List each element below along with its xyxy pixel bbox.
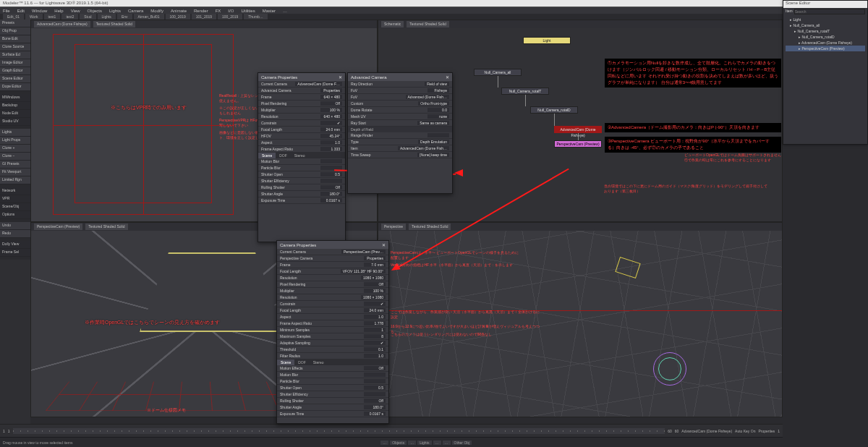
current-camera[interactable]: AdvancedCam (Dome F… xyxy=(295,82,342,86)
scene-tree[interactable]: ▸ Light▸ Null_Camera_all▸ Null_Camera_ro… xyxy=(783,15,867,53)
scene-editor-window[interactable]: Scene Editor Item ▸ Light▸ Null_Camera_a… xyxy=(783,0,868,145)
status-pill[interactable]: … xyxy=(433,440,441,445)
menu-item[interactable]: View xyxy=(71,9,80,13)
tool-button[interactable]: VPR xyxy=(0,195,30,203)
viewport-camera-select[interactable]: Perspective xyxy=(381,224,406,230)
property-row[interactable]: Multiplier100 % xyxy=(258,107,345,114)
property-row[interactable]: Frame7.0 mm xyxy=(277,262,388,268)
menu-item[interactable]: Animate xyxy=(171,9,187,13)
tool-button[interactable]: Presets xyxy=(0,20,30,27)
properties-button[interactable]: Properties xyxy=(758,429,775,433)
property-row[interactable]: Shutter Angle180.0° xyxy=(258,191,345,197)
menu-item[interactable]: FX xyxy=(216,9,221,13)
tool-button[interactable]: Obj Prop xyxy=(0,27,30,35)
node-advanced-cam[interactable]: AdvancedCam (Dome Fisheye) xyxy=(554,126,602,133)
tool-button[interactable]: Undo xyxy=(0,222,30,230)
property-row[interactable]: Threshold0.1 xyxy=(277,346,388,353)
viewport-shade-select[interactable]: Textured Shaded Solid xyxy=(93,21,135,27)
tool-button[interactable]: Options xyxy=(0,211,30,219)
property-row[interactable]: Aspect1.0 xyxy=(258,140,345,146)
tree-item[interactable]: ▸ Light xyxy=(786,17,865,22)
property-row[interactable]: Shutter Efficiency xyxy=(277,391,388,398)
menu-item[interactable]: Master xyxy=(263,9,276,13)
tool-button[interactable]: Backdrop xyxy=(0,102,30,110)
tool-button[interactable]: Dope Editor xyxy=(0,83,30,91)
tool-button[interactable]: Network xyxy=(0,187,30,195)
viewport-camera-select[interactable]: PerspectiveCam (Preview) xyxy=(34,224,82,230)
doc-tab[interactable]: 100_2019 xyxy=(218,14,242,20)
property-row[interactable]: CustomOrtho Front-type xyxy=(348,101,452,107)
timeline-track[interactable] xyxy=(13,428,665,434)
property-row[interactable]: Range Finder xyxy=(348,132,452,139)
menu-item[interactable]: Render xyxy=(194,9,208,13)
doc-tab[interactable]: 100_2019 xyxy=(166,14,190,20)
property-row[interactable]: Advanced CameraProperties xyxy=(258,88,345,94)
property-row[interactable]: HFOV45.24° xyxy=(258,133,345,140)
property-row[interactable]: Aspect1.0 xyxy=(277,314,388,320)
property-row[interactable]: Motion Blur xyxy=(277,372,388,378)
doc-tab[interactable]: 101_2019 xyxy=(192,14,216,20)
menu-item[interactable]: … xyxy=(283,9,287,13)
tool-button[interactable]: Image Editor xyxy=(0,59,30,67)
doc-tab[interactable]: Stud xyxy=(80,14,95,20)
doc-tab[interactable]: Edit_01 xyxy=(3,14,24,20)
tree-item[interactable]: ▸ Null_Camera_rotalT xyxy=(786,28,865,34)
tool-button[interactable]: Graph Editor xyxy=(0,67,30,75)
property-row[interactable]: Time Sweep[None] keep time xyxy=(348,152,452,158)
property-row[interactable]: Frame Aspect Ratio1.333 xyxy=(258,146,345,153)
property-row[interactable]: Ray StartSame as camera xyxy=(348,120,452,127)
menu-item[interactable]: File xyxy=(3,9,10,13)
doc-tab[interactable]: Lights xyxy=(98,14,116,20)
tab-stereo[interactable]: Stereo xyxy=(310,359,328,365)
property-row[interactable]: Shutter Angle180.0° xyxy=(277,404,388,411)
close-icon[interactable]: ✕ xyxy=(339,74,342,80)
autokey[interactable]: Auto Key On xyxy=(735,429,755,433)
search-input[interactable] xyxy=(794,9,865,14)
menu-item[interactable]: Objects xyxy=(88,9,102,13)
status-pill[interactable]: … xyxy=(408,440,416,445)
tool-button[interactable]: Limited Rgn xyxy=(0,176,30,184)
property-row[interactable]: ItemAdvancedCam (Dome Fish… xyxy=(348,145,452,152)
menu-item[interactable]: Modify xyxy=(150,9,163,13)
viewport-shade-select[interactable]: Textured Shaded Solid xyxy=(407,21,448,27)
frame-start[interactable]: 1 xyxy=(3,429,5,433)
close-icon[interactable]: ✕ xyxy=(446,74,449,80)
tool-button[interactable]: GI Presets xyxy=(0,161,30,169)
tool-button[interactable]: Bone Edit xyxy=(0,35,30,43)
tool-button[interactable]: Clone − xyxy=(0,153,30,161)
property-row[interactable]: TypeDepth Emulation xyxy=(348,139,452,145)
tool-button[interactable]: Studio UV xyxy=(0,118,30,126)
property-row[interactable]: Resolution640 × 480 xyxy=(258,114,345,120)
property-row[interactable]: Adaptive Sampling✔ xyxy=(277,340,388,346)
viewport-shade-select[interactable]: Textured Shaded Solid xyxy=(409,224,451,230)
property-row[interactable]: Resolution1080 × 1080 xyxy=(277,275,388,281)
timeline[interactable]: 1 1 60 60 AdvancedCam (Dome Fisheye) Aut… xyxy=(0,424,783,437)
menu-item[interactable]: I/O xyxy=(228,9,234,13)
status-pill[interactable]: Objects xyxy=(390,440,407,445)
main-menu[interactable]: FileEditWindowHelpViewObjectsLightsCamer… xyxy=(0,7,783,14)
property-row[interactable]: Motion EffectsOff xyxy=(277,365,388,372)
tool-button[interactable]: Surface Ed xyxy=(0,51,30,59)
current-camera[interactable]: PerspectiveCam (Prev… xyxy=(341,250,386,254)
property-row[interactable]: Frame640 × 480 xyxy=(258,94,345,101)
menu-item[interactable]: Camera xyxy=(128,9,143,13)
tree-item[interactable]: ▸ PerspectiveCam (Preview) xyxy=(786,46,865,51)
camera-properties-perspective[interactable]: Camera Properties✕ Current CameraPerspec… xyxy=(276,240,389,424)
menu-item[interactable]: Window xyxy=(32,9,47,13)
node-null-1[interactable]: Null_Camera_all xyxy=(474,69,522,76)
node-light[interactable]: Light xyxy=(523,37,571,44)
panel-tabs[interactable]: Scene DOF Stereo xyxy=(277,359,388,365)
property-row[interactable]: FoVAdvanced (Dome Fish… xyxy=(348,94,452,101)
doc-tab[interactable]: Atman_Bul01 xyxy=(134,14,164,20)
document-tabs[interactable]: Edit_01Worktest1test2StudLightsEnvAtman_… xyxy=(0,14,783,20)
menu-item[interactable]: Help xyxy=(54,9,63,13)
tool-button[interactable]: Fit Viewport xyxy=(0,169,30,176)
property-row[interactable]: Exposure Time0.0167 s xyxy=(258,197,345,204)
property-row[interactable]: Pixel RenderingOff xyxy=(277,281,388,288)
tool-button[interactable]: Lights xyxy=(0,129,30,137)
property-row[interactable]: Maximum Samples8 xyxy=(277,333,388,340)
doc-tab[interactable]: test1 xyxy=(44,14,61,20)
tool-button[interactable]: Light Props xyxy=(0,137,30,145)
tool-button[interactable]: MWindows xyxy=(0,94,30,102)
property-row[interactable]: Perspective CameraProperties xyxy=(277,255,388,262)
